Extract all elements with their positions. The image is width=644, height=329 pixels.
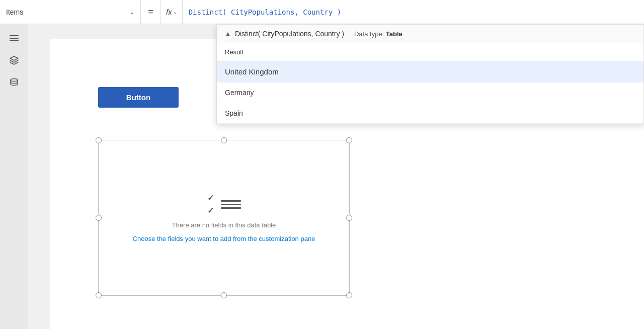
autocomplete-title: ▲ Distinct( CityPopulations, Country ) [225, 30, 344, 38]
formula-input[interactable] [183, 0, 644, 24]
resize-handle-bm[interactable] [221, 292, 227, 298]
svg-marker-3 [10, 56, 18, 60]
fx-button[interactable]: fx ⌄ [161, 0, 183, 24]
add-fields-link[interactable]: Choose the fields you want to add from t… [133, 235, 315, 242]
autocomplete-item-spain[interactable]: Spain [217, 103, 643, 124]
resize-handle-tr[interactable] [346, 137, 352, 143]
hamburger-menu-icon[interactable] [5, 29, 23, 47]
svg-point-4 [11, 79, 18, 81]
items-dropdown[interactable]: Items ⌄ [0, 0, 141, 24]
line-1 [221, 200, 241, 202]
resize-handle-bl[interactable] [96, 292, 102, 298]
resize-handle-ml[interactable] [96, 215, 102, 221]
check-row-2: ✓ [207, 206, 214, 215]
autocomplete-item-united-kingdom[interactable]: United Kingdom [217, 61, 643, 83]
fx-chevron-icon: ⌄ [173, 9, 177, 15]
lines-icon [221, 200, 241, 209]
layers-icon[interactable] [5, 51, 23, 69]
autocomplete-function-name: Distinct( CityPopulations, Country ) [235, 30, 344, 38]
check-icon: ✓ ✓ [207, 193, 214, 215]
line-2 [221, 204, 241, 205]
resize-handle-br[interactable] [346, 292, 352, 298]
gallery-content: ✓ ✓ There are no fields in this data tab… [99, 140, 349, 295]
resize-handle-mr[interactable] [346, 215, 352, 221]
autocomplete-item-germany[interactable]: Germany [217, 83, 643, 103]
app-button[interactable]: Button [98, 87, 179, 108]
line-3 [221, 207, 241, 209]
resize-handle-tl[interactable] [96, 137, 102, 143]
sidebar [0, 24, 28, 329]
fx-label: fx [166, 8, 172, 16]
button-widget: Button [98, 87, 179, 108]
empty-state-icon: ✓ ✓ [207, 193, 241, 215]
checkmark-1: ✓ [207, 193, 214, 203]
resize-handle-tm[interactable] [221, 137, 227, 143]
equals-sign: = [141, 0, 161, 24]
check-row-1: ✓ [207, 193, 214, 203]
checkmark-2: ✓ [207, 206, 214, 215]
autocomplete-result-header: Result [217, 43, 643, 61]
no-fields-text: There are no fields in this data table [172, 221, 276, 229]
data-type-label: Data type: Table [354, 30, 403, 38]
collapse-icon[interactable]: ▲ [225, 30, 231, 37]
items-chevron-icon: ⌄ [129, 9, 134, 16]
autocomplete-header: ▲ Distinct( CityPopulations, Country ) D… [217, 25, 643, 43]
gallery-widget: ✓ ✓ There are no fields in this data tab… [98, 140, 350, 296]
database-icon[interactable] [5, 73, 23, 92]
top-bar: Items ⌄ = fx ⌄ [0, 0, 644, 24]
items-label: Items [6, 8, 23, 16]
autocomplete-dropdown: ▲ Distinct( CityPopulations, Country ) D… [216, 24, 644, 124]
